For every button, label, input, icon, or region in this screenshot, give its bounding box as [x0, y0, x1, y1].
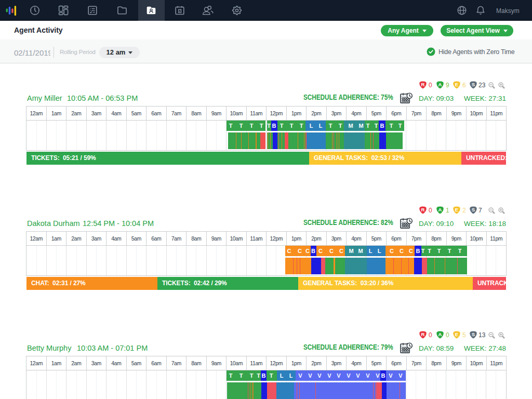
svg-text:R: R — [421, 331, 425, 337]
svg-text:S: S — [472, 331, 475, 337]
svg-text:R: R — [421, 207, 425, 212]
svg-text:A: A — [438, 82, 442, 87]
svg-text:R: R — [421, 82, 425, 87]
svg-text:S: S — [472, 82, 475, 87]
svg-text:2: 2 — [179, 9, 181, 12]
svg-text:E: E — [455, 207, 458, 212]
svg-text:E: E — [455, 331, 458, 337]
svg-text:A: A — [438, 207, 442, 212]
svg-text:E: E — [455, 82, 458, 87]
svg-text:S: S — [472, 207, 475, 212]
svg-text:A: A — [438, 331, 442, 337]
